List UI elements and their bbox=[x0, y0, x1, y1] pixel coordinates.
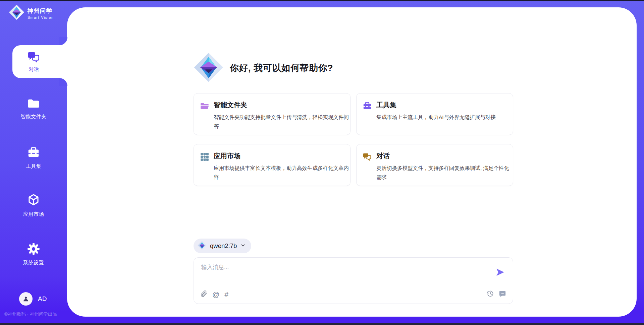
sidebar-item-label: 智能文件夹 bbox=[20, 114, 47, 120]
sidebar-item-chat[interactable]: 对话 bbox=[12, 45, 67, 78]
card-description: 智能文件夹功能支持批量文件上传与清洗，轻松实现文件问答 bbox=[214, 113, 351, 131]
sidebar-item-label: 对话 bbox=[29, 66, 39, 73]
feedback-bubble-icon bbox=[499, 290, 506, 299]
card-text: 工具集 集成市场上主流工具，助力AI与外界无缝扩展与对接 bbox=[376, 101, 513, 135]
brand-diamond-logo-icon bbox=[194, 52, 224, 84]
at-icon: @ bbox=[212, 290, 219, 299]
sidebar-item-label: 工具集 bbox=[26, 163, 42, 170]
card-smart-folder[interactable]: 智能文件夹 智能文件夹功能支持批量文件上传与清洗，轻松实现文件问答 bbox=[194, 93, 351, 135]
grid-icon bbox=[200, 152, 209, 186]
gear-icon bbox=[27, 243, 40, 257]
model-logo-icon bbox=[198, 241, 207, 251]
card-text: 对话 灵活切换多模型文件，支持多样回复效果调试, 满足个性化需求 bbox=[376, 151, 513, 186]
user-account[interactable]: AD bbox=[19, 292, 47, 306]
composer-tools-left: @ # bbox=[201, 290, 228, 299]
folder-icon bbox=[27, 98, 40, 111]
history-icon bbox=[487, 290, 494, 299]
folder-icon bbox=[200, 101, 209, 135]
window-top-edge bbox=[0, 0, 644, 1]
attach-button[interactable] bbox=[201, 290, 207, 299]
app-title: 神州问学 bbox=[28, 7, 54, 15]
card-title: 智能文件夹 bbox=[214, 101, 351, 110]
feature-cards: 智能文件夹 智能文件夹功能支持批量文件上传与清洗，轻松实现文件问答 bbox=[194, 93, 513, 186]
sidebar-item-app-market[interactable]: 应用市场 bbox=[0, 193, 67, 217]
logo-text: 神州问学 Smart Vision bbox=[28, 7, 54, 19]
app-window: 你好, 我可以如何帮助你? 智能文件夹 智能文件夹功能支持批量文件上传与清洗，轻… bbox=[0, 0, 644, 325]
sidebar-item-label: 应用市场 bbox=[23, 211, 44, 217]
card-chat[interactable]: 对话 灵活切换多模型文件，支持多样回复效果调试, 满足个性化需求 bbox=[356, 144, 513, 186]
mention-button[interactable]: @ bbox=[212, 290, 219, 299]
card-description: 灵活切换多模型文件，支持多样回复效果调试, 满足个性化需求 bbox=[376, 164, 513, 182]
chat-icon bbox=[363, 152, 372, 186]
send-button[interactable] bbox=[495, 268, 505, 277]
model-selector[interactable]: qwen2:7b bbox=[194, 239, 251, 253]
card-text: 智能文件夹 智能文件夹功能支持批量文件上传与清洗，轻松实现文件问答 bbox=[214, 101, 351, 135]
card-title: 对话 bbox=[376, 151, 513, 160]
message-input[interactable] bbox=[201, 262, 416, 273]
composer-toolbar: @ # bbox=[201, 285, 506, 304]
user-initials: AD bbox=[38, 295, 47, 303]
card-text: 应用市场 应用市场提供丰富长文本模板，助力高效生成多样化文章内容 bbox=[214, 151, 351, 186]
cube-icon bbox=[27, 193, 40, 208]
sidebar-item-settings[interactable]: 系统设置 bbox=[0, 243, 67, 266]
sidebar-item-label: 系统设置 bbox=[23, 260, 44, 266]
card-title: 工具集 bbox=[376, 101, 513, 110]
sidebar-item-smart-folder[interactable]: 智能文件夹 bbox=[0, 98, 67, 120]
sidebar-item-toolset[interactable]: 工具集 bbox=[0, 146, 67, 170]
tab-curve-top bbox=[59, 37, 67, 45]
greeting-text: 你好, 我可以如何帮助你? bbox=[230, 62, 333, 74]
send-icon bbox=[496, 273, 505, 278]
avatar bbox=[19, 292, 33, 306]
app-subtitle: Smart Vision bbox=[28, 15, 54, 19]
message-composer: @ # bbox=[194, 257, 513, 304]
card-toolset[interactable]: 工具集 集成市场上主流工具，助力AI与外界无缝扩展与对接 bbox=[356, 93, 513, 135]
card-description: 应用市场提供丰富长文本模板，助力高效生成多样化文章内容 bbox=[214, 164, 351, 182]
window-bottom-edge bbox=[0, 323, 644, 325]
history-button[interactable] bbox=[487, 290, 494, 299]
copyright-text: ©神州数码 · 神州问学出品 bbox=[4, 311, 57, 317]
card-description: 集成市场上主流工具，助力AI与外界无缝扩展与对接 bbox=[376, 113, 513, 122]
composer-tools-right bbox=[487, 290, 506, 299]
feedback-button[interactable] bbox=[499, 290, 506, 299]
main-panel: 你好, 我可以如何帮助你? 智能文件夹 智能文件夹功能支持批量文件上传与清洗，轻… bbox=[67, 7, 637, 317]
card-app-market[interactable]: 应用市场 应用市场提供丰富长文本模板，助力高效生成多样化文章内容 bbox=[194, 144, 351, 186]
hash-icon: # bbox=[224, 290, 228, 299]
toolbox-icon bbox=[363, 101, 372, 135]
brand-diamond-logo-icon bbox=[9, 4, 24, 21]
tab-curve-bottom bbox=[59, 78, 67, 86]
toolbox-icon bbox=[27, 146, 40, 160]
chevron-down-icon bbox=[240, 243, 246, 250]
app-logo: 神州问学 Smart Vision bbox=[9, 4, 54, 21]
paperclip-icon bbox=[201, 290, 207, 299]
chat-icon bbox=[27, 51, 41, 65]
topic-button[interactable]: # bbox=[224, 290, 228, 299]
card-title: 应用市场 bbox=[214, 151, 351, 160]
greeting-row: 你好, 我可以如何帮助你? bbox=[194, 52, 333, 84]
model-name: qwen2:7b bbox=[210, 242, 237, 250]
